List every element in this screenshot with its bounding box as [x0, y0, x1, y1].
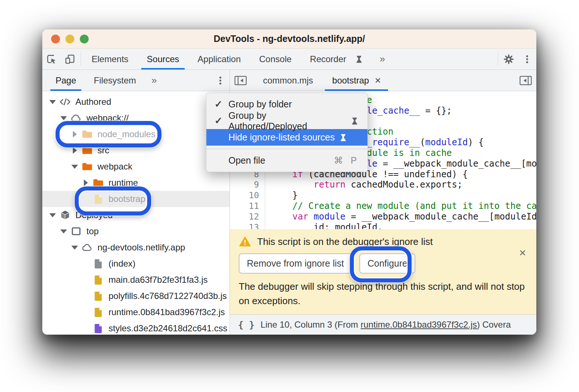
device-toolbar-button[interactable] — [61, 49, 79, 70]
zoom-window-button[interactable] — [80, 35, 89, 43]
tree-item-webpack[interactable]: webpack — [42, 158, 230, 175]
sidebar-tab-label: Filesystem — [94, 75, 136, 86]
code-text: id: moduleId, — [265, 222, 383, 229]
inspect-element-button[interactable] — [42, 49, 61, 70]
more-panels-button[interactable]: » — [373, 49, 391, 70]
title-bar: DevTools - ng-devtools.netlify.app/ — [42, 29, 536, 49]
code-line: 10 } — [230, 190, 536, 201]
sidebar-tab-filesystem[interactable]: Filesystem — [85, 70, 145, 91]
pretty-print-icon[interactable]: { } — [238, 320, 255, 330]
code-text: var module = __webpack_module_cache__[mo… — [265, 211, 536, 222]
code-line: 12 var module = __webpack_module_cache__… — [230, 211, 536, 222]
file-icon — [92, 307, 104, 318]
sidebar-tab-label: Page — [56, 75, 76, 86]
tree-item-styles-d3e2b24618d2c641-css[interactable]: styles.d3e2b24618d2c641.css — [42, 320, 230, 335]
menu-item-group-by-authored-deployed[interactable]: ✓Group by Authored/Deployed — [206, 113, 367, 129]
code-text: return cachedModule.exports; — [265, 179, 462, 190]
disclosure-closed-icon[interactable] — [70, 147, 80, 154]
tab-label: Sources — [147, 54, 179, 64]
tab-recorder[interactable]: Recorder — [301, 49, 373, 70]
tree-item-top[interactable]: top — [42, 223, 230, 239]
inspect-icon — [46, 54, 57, 65]
file-icon — [92, 323, 104, 334]
tree-item-label: styles.d3e2b24618d2c641.css — [109, 323, 227, 334]
remove-from-ignore-list-button[interactable]: Remove from ignore list — [239, 253, 352, 274]
tree-item-polyfills-4c768d7122740d3b-js[interactable]: polyfills.4c768d7122740d3b.js — [42, 288, 230, 304]
editor-tab-bootstrap[interactable]: bootstrap× — [323, 70, 390, 91]
frame-icon — [70, 226, 82, 237]
traffic-lights — [51, 35, 89, 43]
tree-item-label: top — [86, 226, 99, 236]
gear-icon — [503, 53, 515, 65]
toggle-debugger-sidebar-button[interactable] — [515, 70, 536, 91]
experiment-flask-icon — [354, 54, 364, 64]
tab-console[interactable]: Console — [250, 49, 301, 70]
checkmark-icon: ✓ — [214, 115, 228, 126]
device-toolbar-icon — [64, 54, 75, 65]
code-line: 13 id: moduleId, — [230, 222, 536, 229]
menu-item-label: Group by folder — [228, 99, 292, 110]
editor-tab-common-mjs[interactable]: common.mjs — [253, 70, 323, 91]
tab-elements[interactable]: Elements — [82, 49, 138, 70]
code-text: } — [265, 190, 298, 201]
devtools-menu-button[interactable] — [518, 49, 536, 70]
line-number[interactable]: 11 — [230, 201, 265, 211]
code-line: 9 return cachedModule.exports; — [230, 179, 536, 190]
line-number[interactable]: 13 — [230, 222, 265, 229]
tree-item-runtime-0b841bad3967f3c2-js[interactable]: runtime.0b841bad3967f3c2.js — [42, 304, 230, 320]
code-icon — [59, 96, 71, 107]
tree-item-label: webpack — [97, 161, 132, 172]
tab-sources[interactable]: Sources — [138, 49, 188, 70]
disclosure-open-icon[interactable] — [70, 165, 80, 169]
minimize-window-button[interactable] — [65, 35, 74, 43]
cube-icon — [59, 210, 71, 221]
tab-application[interactable]: Application — [188, 49, 250, 70]
warning-icon — [239, 236, 251, 247]
line-number[interactable]: 9 — [230, 179, 265, 190]
settings-button[interactable] — [500, 49, 518, 70]
menu-item-hide-ignore-listed-sources[interactable]: Hide ignore-listed sources — [206, 129, 367, 146]
line-number[interactable]: 10 — [230, 190, 265, 201]
disclosure-open-icon[interactable] — [47, 213, 58, 217]
menu-item-label: Hide ignore-listed sources — [228, 132, 335, 143]
tree-item-main-da63f7b2fe3f1fa3-js[interactable]: main.da63f7b2fe3f1fa3.js — [42, 272, 230, 288]
toolbar-spacer — [392, 49, 496, 70]
cursor-position: Line 10, Column 3 — [260, 320, 332, 330]
disclosure-open-icon[interactable] — [58, 116, 69, 120]
tree-item-label: (index) — [109, 259, 135, 269]
tree-item-label: runtime.0b841bad3967f3c2.js — [109, 307, 225, 317]
file-icon — [92, 274, 104, 285]
code-line: 11 // Create a new module (and put it in… — [230, 201, 536, 211]
menu-item-open-file[interactable]: Open file⌘ P — [206, 152, 367, 169]
context-menu: ✓Group by folder✓Group by Authored/Deplo… — [206, 93, 368, 172]
close-window-button[interactable] — [51, 35, 60, 43]
menu-shortcut: ⌘ P — [334, 155, 359, 166]
toggle-navigator-button[interactable] — [230, 70, 251, 91]
sidebar-tab-page[interactable]: Page — [47, 70, 85, 91]
coverage-text: ) Covera — [477, 320, 511, 330]
source-map-link[interactable]: runtime.0b841bad3967f3c2.js — [360, 320, 477, 330]
navigator-tabbar-spacer — [163, 70, 211, 91]
navigator-menu-button[interactable] — [211, 70, 230, 91]
disclosure-open-icon[interactable] — [47, 100, 58, 104]
disclosure-open-icon[interactable] — [58, 229, 69, 234]
tree-item-ng-devtools-netlify-app[interactable]: ng-devtools.netlify.app — [42, 239, 230, 256]
tab-label: Console — [259, 54, 292, 64]
banner-description: The debugger will skip stepping through … — [239, 279, 528, 308]
tree-item-authored[interactable]: Authored — [42, 94, 230, 110]
tree-item-label: Authored — [75, 97, 111, 107]
tree-item-label: main.da63f7b2fe3f1fa3.js — [109, 275, 208, 285]
disclosure-open-icon[interactable] — [70, 246, 80, 250]
close-tab-icon[interactable]: × — [375, 75, 381, 86]
status-bar: { } Line 10, Column 3 (From runtime.0b84… — [230, 314, 536, 335]
tree-item-index[interactable]: (index) — [42, 256, 230, 272]
panel-right-icon — [519, 75, 532, 86]
navigator-more-tabs-button[interactable]: » — [145, 70, 163, 91]
editor-tab-label: bootstrap — [332, 75, 369, 86]
tab-label: Application — [198, 54, 241, 64]
line-number[interactable]: 12 — [230, 211, 265, 222]
banner-close-icon[interactable]: × — [519, 247, 526, 259]
menu-item-label: Group by Authored/Deployed — [228, 110, 346, 132]
experiment-flask-icon — [350, 116, 359, 126]
disclosure-closed-icon[interactable] — [81, 179, 91, 186]
